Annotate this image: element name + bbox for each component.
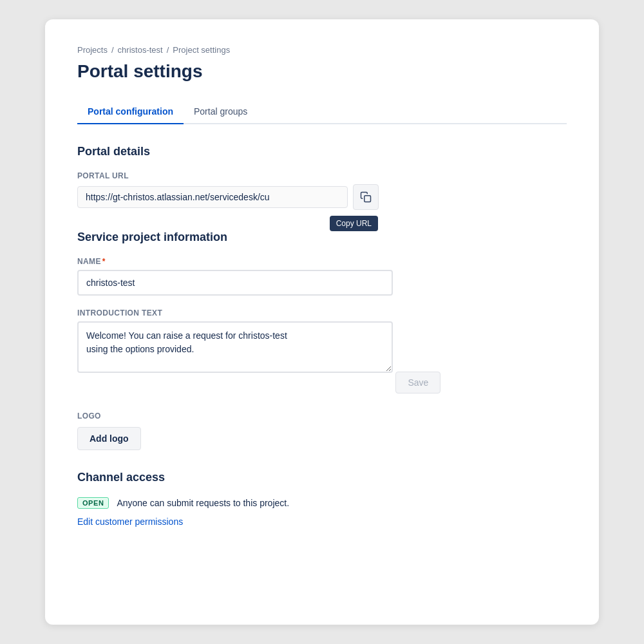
name-input[interactable] (77, 270, 393, 296)
copy-icon (360, 191, 372, 203)
copy-url-button[interactable]: Copy URL (353, 184, 379, 210)
intro-label: Introduction text (77, 308, 567, 317)
svg-rect-0 (365, 196, 371, 202)
tab-portal-groups[interactable]: Portal groups (184, 100, 258, 124)
portal-url-wrapper: Portal URL Copy URL (77, 171, 567, 210)
portal-url-label: Portal URL (77, 171, 567, 180)
breadcrumb-projects[interactable]: Projects (77, 45, 108, 55)
tabs-container: Portal configuration Portal groups (77, 100, 567, 124)
breadcrumb-project-name[interactable]: christos-test (118, 45, 163, 55)
breadcrumb-sep-2: / (167, 45, 169, 55)
portal-url-input[interactable] (77, 186, 348, 208)
portal-details-section: Portal details Portal URL Copy URL (77, 145, 567, 210)
name-required-star: * (102, 257, 106, 266)
breadcrumb: Projects / christos-test / Project setti… (77, 45, 567, 55)
logo-section: Logo Add logo (77, 412, 567, 450)
add-logo-button[interactable]: Add logo (77, 427, 141, 450)
intro-textarea[interactable]: Welcome! You can raise a request for chr… (77, 321, 393, 373)
portal-details-title: Portal details (77, 145, 567, 158)
channel-access-text: Anyone can submit requests to this proje… (117, 498, 289, 508)
service-info-section: Service project information Name* Introd… (77, 231, 567, 412)
channel-access-section: Channel access OPEN Anyone can submit re… (77, 471, 567, 527)
copy-url-tooltip: Copy URL (330, 216, 378, 231)
open-badge: OPEN (77, 497, 109, 509)
logo-label: Logo (77, 412, 567, 421)
tab-portal-configuration[interactable]: Portal configuration (77, 100, 184, 124)
breadcrumb-sep-1: / (111, 45, 114, 55)
name-label: Name* (77, 257, 567, 266)
breadcrumb-current: Project settings (173, 45, 230, 55)
edit-permissions-link[interactable]: Edit customer permissions (77, 516, 183, 527)
service-info-title: Service project information (77, 231, 567, 244)
portal-url-row: Copy URL (77, 184, 567, 210)
page-title: Portal settings (77, 61, 567, 82)
channel-access-title: Channel access (77, 471, 567, 484)
channel-description: OPEN Anyone can submit requests to this … (77, 497, 567, 509)
save-button[interactable]: Save (395, 372, 440, 393)
main-card: Projects / christos-test / Project setti… (45, 19, 599, 625)
